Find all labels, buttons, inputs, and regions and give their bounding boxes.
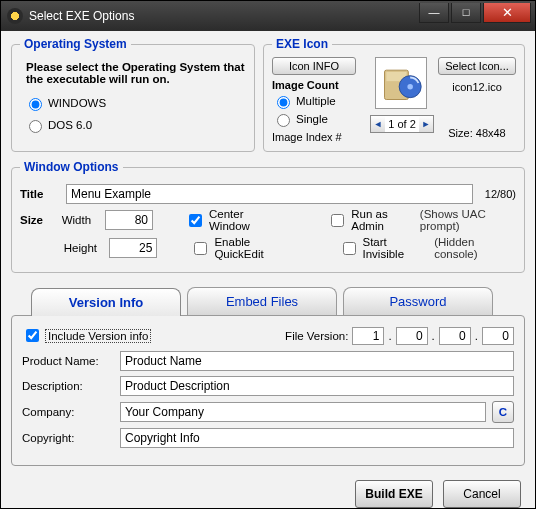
height-input[interactable] — [109, 238, 157, 258]
image-index-spinner[interactable]: ◄ 1 of 2 ► — [370, 115, 434, 133]
select-icon-button[interactable]: Select Icon... — [438, 57, 516, 75]
start-invisible-checkbox[interactable]: Start Invisible — [339, 236, 427, 260]
count-radio-single[interactable] — [277, 114, 290, 127]
index-value: 1 of 2 — [385, 118, 419, 130]
description-input[interactable] — [120, 376, 514, 396]
close-button[interactable]: ✕ — [483, 3, 531, 23]
company-input[interactable] — [120, 402, 486, 422]
app-icon — [7, 8, 23, 24]
os-prompt: Please select the Operating System that … — [26, 61, 246, 85]
company-helper-button[interactable]: C — [492, 401, 514, 423]
start-invisible-hint: (Hidden console) — [434, 236, 516, 260]
size-label: Size — [20, 214, 54, 226]
include-version-label: Include Version info — [45, 329, 151, 343]
svg-point-3 — [407, 84, 413, 90]
icon-info-button[interactable]: Icon INFO — [272, 57, 356, 75]
package-icon — [379, 61, 423, 105]
footer: Build EXE Cancel — [11, 480, 525, 508]
os-label-dos: DOS 6.0 — [48, 119, 92, 131]
copyright-input[interactable] — [120, 428, 514, 448]
os-group: Operating System Please select the Opera… — [11, 37, 255, 152]
image-index-label: Image Index # — [272, 131, 342, 143]
file-version-2[interactable] — [396, 327, 428, 345]
icon-preview — [375, 57, 427, 109]
tab-version-info[interactable]: Version Info — [31, 288, 181, 316]
company-label: Company: — [22, 406, 114, 418]
os-option-dos[interactable]: DOS 6.0 — [24, 117, 246, 133]
file-version-label: File Version: — [285, 330, 348, 342]
minimize-button[interactable]: — — [419, 3, 449, 23]
build-exe-button[interactable]: Build EXE — [355, 480, 433, 508]
index-next-button[interactable]: ► — [419, 116, 433, 132]
file-version-1[interactable] — [352, 327, 384, 345]
os-option-windows[interactable]: WINDOWS — [24, 95, 246, 111]
tab-panel-version: Include Version info File Version: . . .… — [11, 315, 525, 466]
count-label-multiple: Multiple — [296, 95, 336, 107]
dialog-window: Select EXE Options — □ ✕ Operating Syste… — [0, 0, 536, 509]
window-options-group: Window Options Title 12/80) Size Width C… — [11, 160, 525, 273]
window-buttons: — □ ✕ — [417, 3, 531, 23]
os-radio-windows[interactable] — [29, 98, 42, 111]
count-radio-multiple[interactable] — [277, 96, 290, 109]
center-window-checkbox[interactable]: Center Window — [185, 208, 276, 232]
width-label: Width — [62, 214, 97, 226]
image-count-label: Image Count — [272, 79, 364, 91]
tab-embed-files[interactable]: Embed Files — [187, 287, 337, 315]
file-version-3[interactable] — [439, 327, 471, 345]
index-prev-button[interactable]: ◄ — [371, 116, 385, 132]
window-title: Select EXE Options — [29, 9, 417, 23]
height-label: Height — [64, 242, 102, 254]
maximize-button[interactable]: □ — [451, 3, 481, 23]
tabs: Version Info Embed Files Password Includ… — [11, 287, 525, 466]
run-as-admin-checkbox[interactable]: Run as Admin — [327, 208, 412, 232]
copyright-label: Copyright: — [22, 432, 114, 444]
os-radio-dos[interactable] — [29, 120, 42, 133]
include-version-checkbox[interactable] — [26, 329, 39, 342]
count-multiple[interactable]: Multiple — [272, 93, 364, 109]
width-input[interactable] — [105, 210, 153, 230]
count-label-single: Single — [296, 113, 328, 125]
exe-icon-group: EXE Icon Icon INFO Image Count Multiple … — [263, 37, 525, 152]
title-label: Title — [20, 188, 58, 200]
title-counter: 12/80) — [485, 188, 516, 200]
cancel-button[interactable]: Cancel — [443, 480, 521, 508]
titlebar: Select EXE Options — □ ✕ — [1, 1, 535, 31]
run-as-admin-hint: (Shows UAC prompt) — [420, 208, 516, 232]
os-legend: Operating System — [20, 37, 131, 51]
product-name-input[interactable] — [120, 351, 514, 371]
tab-password[interactable]: Password — [343, 287, 493, 315]
exe-legend: EXE Icon — [272, 37, 332, 51]
wopts-legend: Window Options — [20, 160, 123, 174]
description-label: Description: — [22, 380, 114, 392]
enable-quickedit-checkbox[interactable]: Enable QuickEdit — [190, 236, 296, 260]
client-area: Operating System Please select the Opera… — [1, 31, 535, 508]
product-name-label: Product Name: — [22, 355, 114, 367]
title-input[interactable] — [66, 184, 473, 204]
icon-size: Size: 48x48 — [438, 127, 516, 139]
count-single[interactable]: Single — [272, 111, 364, 127]
icon-filename: icon12.ico — [438, 81, 516, 93]
os-label-windows: WINDOWS — [48, 97, 106, 109]
file-version-4[interactable] — [482, 327, 514, 345]
